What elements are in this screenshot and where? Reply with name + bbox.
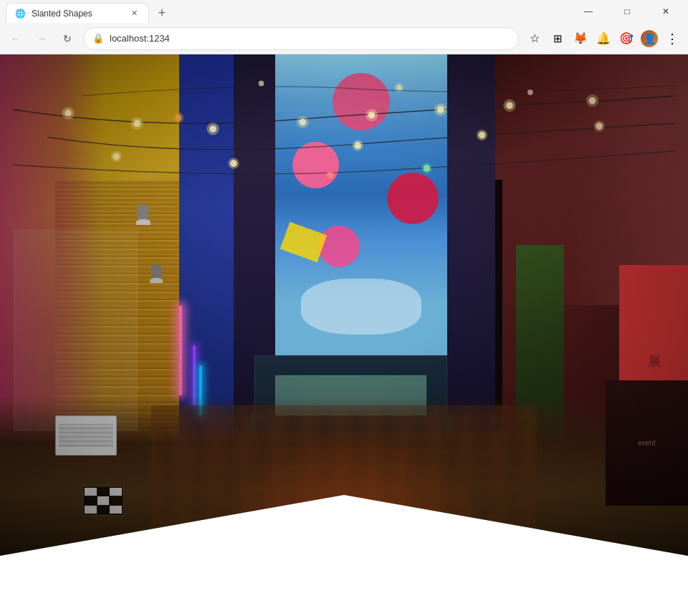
extension-target-button[interactable]: 🎯 [616, 29, 636, 49]
extension-bell-button[interactable]: 🔔 [593, 29, 613, 49]
forward-button[interactable]: → [32, 29, 52, 49]
profile-avatar: 👤 [641, 30, 658, 47]
refresh-button[interactable]: ↻ [57, 29, 77, 49]
tab-favicon: 🌐 [15, 9, 26, 19]
ac-unit [55, 415, 117, 456]
hero-image: 展 [0, 54, 688, 556]
window-controls: — □ ✕ [572, 0, 682, 23]
mural-cloud [301, 279, 421, 335]
maximize-button[interactable]: □ [611, 0, 644, 23]
active-tab[interactable]: 🌐 Slanted Shapes ✕ [6, 3, 149, 23]
poster-area: event [606, 380, 688, 506]
neon-pink-1 [179, 305, 182, 395]
wall-lamp-2 [151, 265, 161, 278]
extensions-grid-button[interactable]: ⊞ [548, 29, 568, 49]
wall-lamp-1 [138, 205, 148, 219]
white-chevron [0, 495, 688, 556]
address-input[interactable] [110, 33, 510, 44]
tab-strip: 🌐 Slanted Shapes ✕ + [6, 0, 572, 23]
lamp-shade-1 [136, 219, 150, 225]
page-content: 展 [0, 54, 688, 616]
mural-circle-top [333, 73, 390, 130]
tab-title: Slanted Shapes [32, 9, 123, 19]
minimize-button[interactable]: — [572, 0, 605, 23]
profile-avatar-button[interactable]: 👤 [639, 29, 659, 49]
address-bar-container[interactable]: 🔒 [83, 27, 519, 50]
page-footer-white [0, 556, 688, 616]
lamp-shade-2 [150, 278, 163, 283]
ac-grille [59, 424, 113, 447]
title-bar: 🌐 Slanted Shapes ✕ + — □ ✕ [0, 0, 688, 23]
browser-toolbar: ← → ↻ 🔒 ☆ ⊞ 🦊 🔔 🎯 👤 ⋮ [0, 23, 688, 54]
bookmark-button[interactable]: ☆ [525, 29, 545, 49]
mural-circle-3 [387, 173, 439, 224]
back-button[interactable]: ← [6, 29, 26, 49]
bottom-shape-svg [0, 495, 688, 556]
toolbar-actions: ☆ ⊞ 🦊 🔔 🎯 👤 ⋮ [525, 29, 682, 49]
mural-yellow-shape [280, 222, 327, 262]
poster-text: event [606, 380, 688, 506]
extension-fox-button[interactable]: 🦊 [570, 29, 591, 49]
mural-circle-4 [318, 226, 360, 267]
tab-close-button[interactable]: ✕ [128, 8, 140, 19]
browser-window: 🌐 Slanted Shapes ✕ + — □ ✕ ← → ↻ 🔒 ☆ ⊞ 🦊… [0, 0, 688, 616]
scene-container: 展 [0, 54, 688, 556]
bottom-slanted-shape [0, 495, 688, 556]
browser-menu-button[interactable]: ⋮ [662, 29, 682, 49]
left-poster-area [14, 230, 138, 430]
mural-circle-2 [292, 142, 339, 188]
close-button[interactable]: ✕ [649, 0, 682, 23]
new-tab-button[interactable]: + [152, 3, 172, 23]
center-mural [275, 54, 447, 365]
lock-icon: 🔒 [92, 33, 104, 44]
